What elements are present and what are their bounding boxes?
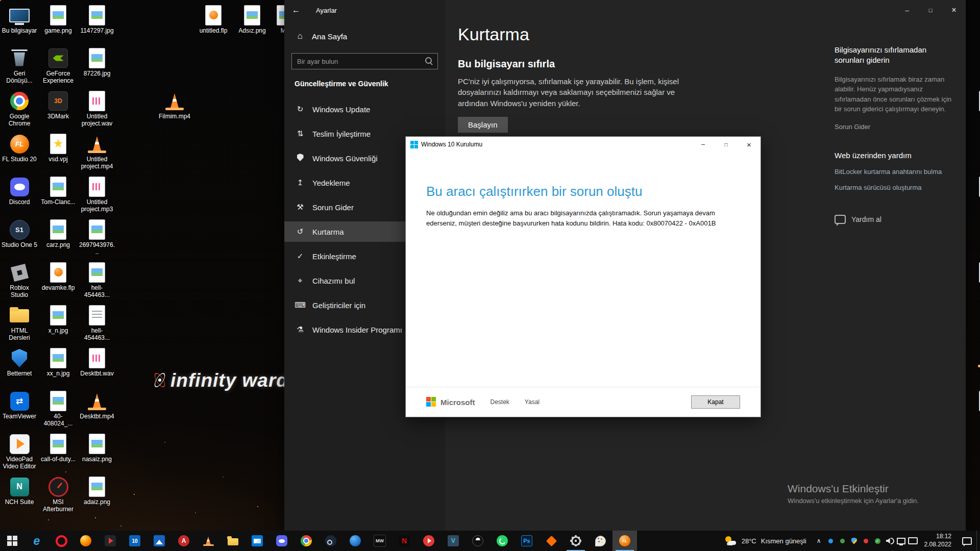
- desktop-icon[interactable]: Bu bilgisayar: [0, 5, 39, 34]
- aside-help-link[interactable]: Kurtarma sürücüsü oluşturma: [835, 184, 956, 191]
- taskbar-firefox-icon[interactable]: [74, 531, 98, 551]
- troubleshoot-link[interactable]: Sorun Gider: [835, 123, 956, 131]
- desktop-icon[interactable]: devamke.flp: [39, 262, 78, 291]
- taskbar-mw-icon[interactable]: [368, 531, 392, 551]
- desktop-icon[interactable]: vsd.vpj: [39, 134, 78, 163]
- tray-bluetooth-icon[interactable]: [825, 531, 837, 551]
- desktop-icon[interactable]: MSI Afterburner: [39, 477, 78, 513]
- desktop-icon[interactable]: Untitled project.wav: [78, 91, 116, 127]
- tray-volume-icon[interactable]: [884, 531, 895, 551]
- desktop-icon[interactable]: Desktbt.wav: [78, 348, 116, 377]
- taskbar-mail-icon[interactable]: [245, 531, 270, 551]
- tray-keyboard-icon[interactable]: [907, 531, 919, 551]
- desktop-icon[interactable]: adaiz.png: [78, 477, 116, 506]
- desktop-icon[interactable]: xx_n.jpg: [39, 348, 78, 377]
- taskbar-fl-studio-icon[interactable]: [612, 531, 637, 551]
- desktop-icon[interactable]: e: [968, 91, 980, 120]
- desktop-icon[interactable]: FL Studio 20: [0, 134, 39, 163]
- aside-help-link[interactable]: BitLocker kurtarma anahtarını bulma: [835, 168, 956, 176]
- desktop-icon[interactable]: carz.png: [39, 219, 78, 248]
- taskbar-edge-icon[interactable]: [24, 531, 49, 551]
- minimize-button[interactable]: [895, 0, 919, 20]
- taskbar-red-player-icon[interactable]: [416, 531, 441, 551]
- taskbar-steam-icon[interactable]: [318, 531, 343, 551]
- taskbar-clock[interactable]: 18:12 2.08.2022: [919, 533, 957, 548]
- taskbar-paint-icon[interactable]: [588, 531, 612, 551]
- taskbar-obs-icon[interactable]: [465, 531, 490, 551]
- search-icon[interactable]: [425, 57, 432, 64]
- dialog-footer-link[interactable]: Yasal: [525, 398, 540, 406]
- tray-security-shield-icon[interactable]: [848, 531, 860, 551]
- desktop-icon[interactable]: Google Chrome: [0, 91, 39, 127]
- tray-network-icon[interactable]: [895, 531, 907, 551]
- taskbar-aimp-icon[interactable]: [172, 531, 196, 551]
- taskbar-folder-icon[interactable]: [220, 531, 245, 551]
- taskbar-windows10-setup-icon[interactable]: [122, 531, 147, 551]
- desktop-icon[interactable]: Filmim.mp4: [155, 91, 194, 120]
- desktop-icon[interactable]: Desktbt.mp4: [78, 391, 116, 420]
- desktop-icon[interactable]: Discord: [0, 177, 39, 206]
- settings-nav-item[interactable]: ↻ Windows Update: [284, 99, 445, 119]
- taskbar-photos-icon[interactable]: [147, 531, 172, 551]
- tray-update-check-icon[interactable]: [872, 531, 884, 551]
- maximize-button[interactable]: [919, 0, 942, 20]
- desktop-icon[interactable]: x_n.jpg: [39, 305, 78, 334]
- desktop-icon[interactable]: NCH Suite: [0, 477, 39, 506]
- taskbar-vmware-icon[interactable]: [441, 531, 465, 551]
- desktop-icon[interactable]: u: [968, 391, 980, 420]
- back-button[interactable]: [284, 0, 308, 20]
- desktop-icon[interactable]: p4: [968, 348, 980, 377]
- start-button[interactable]: [0, 531, 24, 551]
- action-center-icon[interactable]: [957, 531, 976, 551]
- dialog-footer-link[interactable]: Destek: [491, 398, 509, 406]
- settings-search-input[interactable]: [291, 53, 438, 69]
- desktop-icon[interactable]: Tom-Clanc...: [39, 177, 78, 206]
- desktop-icon[interactable]: Untitled project.mp3: [78, 177, 116, 213]
- taskbar-netflix-icon[interactable]: [392, 531, 416, 551]
- desktop-icon[interactable]: Betternet: [0, 348, 39, 377]
- desktop-icon[interactable]: game.png: [39, 5, 78, 34]
- desktop-icon[interactable]: VideoPad Video Editor: [0, 434, 39, 470]
- desktop-icon[interactable]: [968, 177, 980, 198]
- dialog-close-button[interactable]: [738, 137, 761, 152]
- taskbar-opera-icon[interactable]: [49, 531, 74, 551]
- desktop-icon[interactable]: 2697943976...: [78, 219, 116, 256]
- desktop-icon[interactable]: 4: [968, 262, 980, 291]
- taskbar-photoshop-icon[interactable]: [514, 531, 539, 551]
- get-started-button[interactable]: Başlayın: [458, 117, 508, 133]
- desktop-icon[interactable]: HTML Dersleri: [0, 305, 39, 341]
- taskbar-weather-widget[interactable]: 28°C Kısmen güneşli: [718, 531, 813, 551]
- kapat-button[interactable]: Kapat: [691, 395, 740, 409]
- tray-chevron-icon[interactable]: ∧: [813, 531, 825, 551]
- desktop-icon[interactable]: hell-454463...: [78, 262, 116, 298]
- desktop-icon[interactable]: 3DMark: [39, 91, 78, 120]
- taskbar-media-player-icon[interactable]: [98, 531, 122, 551]
- desktop-icon[interactable]: Roblox Studio: [0, 262, 39, 298]
- tray-msi-icon[interactable]: [860, 531, 872, 551]
- dialog-minimize-button[interactable]: [692, 137, 715, 152]
- desktop-icon[interactable]: nasaiz.png: [78, 434, 116, 463]
- desktop-icon[interactable]: 1147297.jpg: [78, 5, 116, 34]
- dialog-maximize-button[interactable]: [715, 137, 738, 152]
- desktop-icon[interactable]: hell-454463...: [78, 305, 116, 341]
- close-button[interactable]: [942, 0, 966, 20]
- tray-nvidia-icon[interactable]: [837, 531, 848, 551]
- taskbar-whatsapp-icon[interactable]: [490, 531, 514, 551]
- desktop-icon[interactable]: Studio One 5: [0, 219, 39, 248]
- get-help[interactable]: Yardım al: [835, 215, 956, 224]
- taskbar-blue-app-icon[interactable]: [343, 531, 368, 551]
- taskbar-discord-icon[interactable]: [270, 531, 294, 551]
- taskbar-chrome-icon[interactable]: [294, 531, 318, 551]
- taskbar-vlc-icon[interactable]: [196, 531, 220, 551]
- taskbar-orange-app-icon[interactable]: [539, 531, 564, 551]
- desktop-icon[interactable]: Geri Dönüşü...: [0, 48, 39, 84]
- show-desktop-button[interactable]: [976, 531, 980, 551]
- sidebar-item-home[interactable]: Ana Sayfa: [284, 27, 445, 46]
- desktop-icon[interactable]: GeForce Experience: [39, 48, 78, 84]
- taskbar-settings-icon[interactable]: [564, 531, 588, 551]
- desktop-icon[interactable]: 87226.jpg: [78, 48, 116, 77]
- desktop-icon[interactable]: Untitled project.mp4: [78, 134, 116, 170]
- desktop-icon[interactable]: TeamViewer: [0, 391, 39, 420]
- desktop-icon[interactable]: call-of-duty...: [39, 434, 78, 463]
- desktop-icon[interactable]: untitled.flp: [194, 5, 233, 34]
